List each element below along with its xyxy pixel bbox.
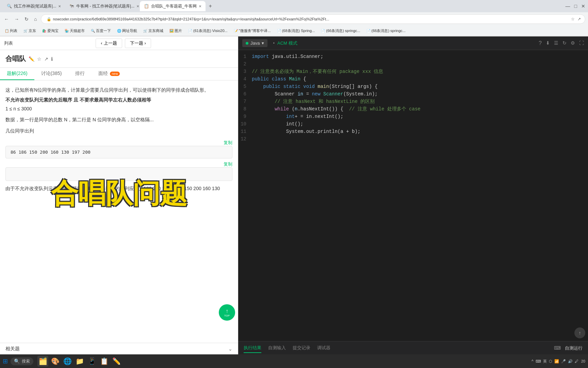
taskbar-app-5[interactable]: 📱	[86, 356, 97, 367]
line-number-12: 12	[238, 135, 252, 143]
line-content-3: // 注意类名必须为 Main，不要有任何 package xxx 信息	[252, 68, 383, 75]
editor-bottom-icons: ⌨ 自测运行	[554, 345, 583, 351]
run-label[interactable]: 自测运行	[565, 345, 583, 351]
windows-icon[interactable]: ⊞	[3, 357, 8, 365]
bookmark-taobao[interactable]: 🛍️ 爱淘宝	[40, 28, 61, 34]
bookmark-taobao-icon: 🛍️	[42, 29, 46, 33]
prev-problem-button[interactable]: ‹ 上一题	[96, 39, 122, 48]
share-icon[interactable]: ↗	[577, 17, 581, 21]
mode-label: ACM 模式	[277, 40, 297, 46]
address-bar[interactable]: 🔒 nowcoder.com/practice/6d9d69e3898f4516…	[41, 14, 585, 24]
tab-solutions[interactable]: 题解(226)	[0, 68, 34, 80]
taskbar-search[interactable]: 🔍 搜索	[11, 357, 33, 365]
maximize-window-icon[interactable]: □	[574, 3, 577, 9]
tab-1[interactable]: 🔍 找工作神器|笔试题库|... ✕	[3, 1, 65, 11]
taskbar-app-3[interactable]: 🌐	[62, 356, 73, 367]
taskbar-app-2[interactable]: 🎨	[50, 356, 61, 367]
bookmark-tmall[interactable]: 🏪 天猫超市	[63, 28, 87, 34]
tab-3[interactable]: 📋 合唱队_牛客题霸_牛客网 ✕	[140, 1, 205, 11]
tray-speaker-icon[interactable]: 🔊	[568, 359, 573, 364]
tab-exec-result[interactable]: 执行结果	[244, 343, 261, 353]
code-line-10: 10 int();	[238, 120, 588, 128]
tab-bar: 🔍 找工作神器|笔试题库|... ✕ 🐄 牛客网 - 找工作神器|笔试题库|..…	[0, 0, 588, 12]
back-button[interactable]: ←	[3, 15, 10, 23]
bookmark-jdshop-label: 京东商城	[148, 28, 163, 33]
tray-pen-icon[interactable]: 🖊	[575, 359, 578, 363]
taskbar-app-1[interactable]: 🗂️	[37, 356, 48, 367]
tab-ranking[interactable]: 排行	[68, 68, 92, 80]
top-nav: 列表 ‹ 上一题 下一题 ›	[0, 36, 238, 50]
editor-scroll-to-top-button[interactable]: ↑	[574, 327, 585, 338]
code-line-7: 7 // 注意 hasNext 和 hasNextLine 的区别	[238, 98, 588, 105]
list-link[interactable]: 列表	[4, 40, 13, 46]
bookmark-star-icon[interactable]: ☆	[571, 17, 575, 21]
fullscreen-icon[interactable]: ⛶	[579, 40, 584, 46]
bookmark-lists[interactable]: 📋 列表	[3, 28, 19, 34]
tray-bluetooth-icon[interactable]: ⬡	[549, 359, 552, 364]
taskbar-app-5-icon: 📱	[88, 357, 96, 365]
related-section[interactable]: 相关题 ⌄	[0, 343, 238, 355]
top-scroll-button[interactable]: ↑ TOP	[219, 304, 235, 321]
line-number-2: 2	[238, 60, 252, 68]
edit-icon[interactable]: ✏️	[29, 56, 34, 62]
reload-button[interactable]: ↻	[23, 15, 30, 23]
bookmark-spring3-icon: 📄	[366, 29, 371, 33]
home-button[interactable]: ⌂	[33, 15, 38, 23]
tray-mic-icon[interactable]: 🎤	[561, 359, 566, 364]
layout-icon[interactable]: ☰	[554, 40, 558, 46]
tab-discussion[interactable]: 讨论(385)	[34, 68, 69, 80]
tray-chevron-icon[interactable]: ^	[532, 359, 534, 364]
taskbar-app-7[interactable]: ✏️	[111, 356, 122, 367]
code-editor[interactable]: 1import java.util.Scanner;23// 注意类名必须为 M…	[238, 50, 588, 341]
help-icon[interactable]: ?	[539, 40, 542, 46]
next-problem-button[interactable]: 下一题 ›	[125, 39, 151, 48]
bookmark-spring3[interactable]: 📄 (66条消息) springc...	[364, 28, 408, 34]
bookmark-baidu-icon: 🔍	[91, 29, 95, 33]
tab-submit-record[interactable]: 提交记录	[293, 343, 310, 353]
taskbar-app-6[interactable]: 📋	[99, 356, 110, 367]
tab-close-1[interactable]: ✕	[58, 4, 61, 8]
address-icons: ☆ ↗	[571, 17, 581, 21]
star-icon[interactable]: ☆	[37, 56, 42, 62]
bookmark-jdshop[interactable]: 🛒 京东商城	[141, 28, 165, 34]
tab-2[interactable]: 🐄 牛客网 - 找工作神器|笔试题库|... ✕	[65, 1, 140, 11]
settings-icon[interactable]: ⚙	[571, 40, 575, 46]
tab-self-test[interactable]: 自测输入	[268, 343, 286, 353]
close-window-icon[interactable]: ✕	[581, 3, 585, 9]
bookmark-micro[interactable]: 📝 "微服务"博客中译...	[232, 28, 273, 34]
bookmark-jdshop-icon: 🛒	[143, 29, 147, 33]
bookmark-visio-icon: 📄	[188, 29, 192, 33]
tab-interview[interactable]: 面经 new	[92, 68, 126, 80]
language-selector[interactable]: Java ▾	[242, 39, 267, 47]
problem-note: 不允许改变队列元素的先后顺序 且 不要求最高同学左右人数必须相等	[5, 97, 232, 103]
tab-favicon-3: 📋	[144, 4, 149, 9]
bookmark-nav[interactable]: 🌐 网址导航	[115, 28, 139, 34]
copy-sample-output-button[interactable]: 复制	[224, 161, 232, 167]
tab-debugger[interactable]: 调试器	[317, 343, 330, 353]
expand-icon[interactable]: ⌄	[228, 346, 232, 352]
line-content-5: public static void main(String[] args) {	[252, 83, 378, 90]
forward-button[interactable]: →	[13, 15, 20, 23]
taskbar-app-4[interactable]: 📁	[74, 356, 85, 367]
tab-close-2[interactable]: ✕	[136, 4, 139, 8]
line-number-1: 1	[238, 53, 252, 60]
new-tab-button[interactable]: +	[207, 3, 214, 9]
line-content-6: Scanner in = new Scanner(System.in);	[252, 90, 378, 98]
info-icon[interactable]: ℹ	[51, 56, 53, 62]
download-icon[interactable]: ⬇	[546, 40, 550, 46]
bookmark-visio[interactable]: 📄 (61条消息) Visio20...	[186, 28, 230, 34]
tray-keyboard-icon[interactable]: ⌨	[536, 359, 541, 364]
bookmark-baidu[interactable]: 🔍 百度一下	[89, 28, 113, 34]
minimize-window-icon[interactable]: —	[566, 3, 570, 9]
copy-sample-input-button[interactable]: 复制	[224, 140, 232, 146]
share-link-icon[interactable]: ↗	[44, 56, 48, 62]
tray-wifi-icon[interactable]: 📶	[554, 359, 559, 364]
tray-lang-icon[interactable]: 英	[543, 359, 547, 364]
bookmark-images[interactable]: 🖼️ 图片	[167, 28, 184, 34]
bookmark-spring2[interactable]: 📄 (66条消息) springc...	[319, 28, 362, 34]
keyboard-icon[interactable]: ⌨	[554, 345, 561, 351]
bookmark-spring1[interactable]: 📄 (68条消息) Spring...	[275, 28, 317, 34]
tab-close-3[interactable]: ✕	[199, 4, 201, 8]
refresh-icon[interactable]: ↻	[562, 40, 567, 46]
bookmark-jd[interactable]: 🛒 京东	[21, 28, 38, 34]
